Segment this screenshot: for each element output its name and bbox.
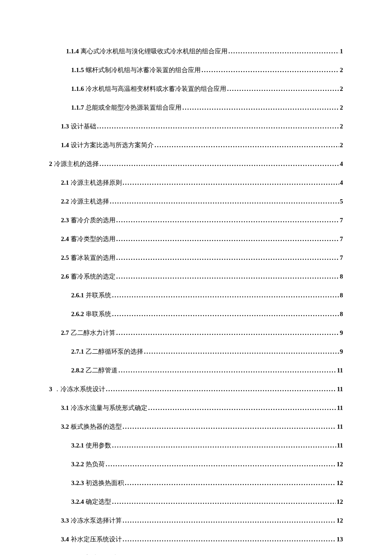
toc-entry: 3.2.1使用参数11: [49, 441, 343, 450]
toc-entry: 2.1冷源主机选择原则4: [49, 178, 343, 187]
table-of-contents: 1.1.4离心式冷水机组与溴化锂吸收式冷水机组的组合应用11.1.5螺杆式制冷机…: [49, 47, 343, 555]
toc-entry-title: 冷水机组与高温相变材料或水蓄冷装置的组合应用: [86, 84, 226, 93]
toc-entry: 1.1.6冷水机组与高温相变材料或水蓄冷装置的组合应用2: [49, 84, 343, 93]
toc-entry-title: 设计方案比选与所选方案简介: [71, 141, 154, 150]
toc-entry-title: 蓄冷介质的选用: [71, 216, 115, 225]
toc-leader-dots: [148, 404, 336, 413]
toc-entry-title: 冷源主机选择: [71, 197, 109, 206]
toc-entry-number: 2.3: [61, 216, 69, 225]
toc-entry: 1.1.7总能或全能型冷热源装置组合应用2: [49, 103, 343, 112]
toc-entry-title: 蓄冷类型的选用: [71, 235, 115, 244]
toc-entry-page: 11: [337, 404, 343, 413]
toc-entry-number: 2.7.1: [71, 347, 84, 356]
toc-entry-number: 1.1.5: [71, 66, 84, 75]
toc-entry-number: 3.2.2: [71, 460, 84, 469]
toc-entry-page: 9: [340, 328, 343, 337]
toc-entry-page: 2: [340, 141, 343, 150]
toc-entry-title: 冷冻水泵选择计算: [71, 516, 122, 525]
toc-leader-dots: [116, 253, 339, 262]
toc-entry-page: 5: [340, 197, 343, 206]
toc-entry: 2冷源主机的选择4: [49, 160, 343, 169]
toc-entry-number: 2.7: [61, 328, 69, 337]
toc-leader-dots: [123, 178, 339, 187]
toc-leader-dots: [116, 235, 339, 244]
toc-entry: 3.2.2热负荷12: [49, 460, 343, 469]
toc-entry-number: 2.6.1: [71, 291, 84, 300]
toc-entry-title: 螺杆式制冷机组与冰蓄冷装置的组合应用: [86, 66, 201, 75]
toc-entry-page: 11: [337, 366, 343, 375]
toc-leader-dots: [123, 516, 336, 525]
toc-leader-dots: [110, 197, 339, 206]
toc-entry-page: 8: [340, 272, 343, 281]
toc-entry-title: 板式换热器的选型: [71, 422, 122, 431]
toc-entry-number: 3: [49, 385, 52, 394]
toc-entry: 3.3冷冻水泵选择计算12: [49, 516, 343, 525]
toc-leader-dots: [123, 422, 336, 431]
toc-leader-dots: [112, 497, 336, 506]
toc-entry-title: 乙二醇管道: [86, 366, 118, 375]
toc-entry: 2.7乙二醇水力计算9: [49, 328, 343, 337]
toc-entry-page: 2: [340, 122, 343, 131]
toc-leader-dots: [202, 66, 339, 75]
toc-entry-page: 7: [340, 253, 343, 262]
toc-entry-number: 3.2.4: [71, 497, 84, 506]
toc-entry-title: 热负荷: [86, 460, 105, 469]
toc-entry: 3．冷冻水系统设计11: [49, 385, 343, 394]
toc-entry-title: 乙二醇循环泵的选择: [86, 347, 143, 356]
toc-leader-dots: [155, 141, 339, 150]
toc-leader-dots: [112, 310, 339, 319]
toc-entry: 2.7.1乙二醇循环泵的选择9: [49, 347, 343, 356]
toc-entry-number: 2.1: [61, 178, 69, 187]
toc-entry-title: 确定选型: [86, 497, 111, 506]
toc-entry-title: 乙二醇水力计算: [71, 328, 115, 337]
toc-entry: 2.4蓄冷类型的选用7: [49, 235, 343, 244]
toc-entry-title: 初选换热面积: [86, 479, 124, 488]
toc-entry-page: 9: [340, 347, 343, 356]
toc-leader-dots: [182, 103, 339, 112]
toc-entry: 2.3蓄冷介质的选用7: [49, 216, 343, 225]
toc-entry: 1.3设计基础2: [49, 122, 343, 131]
toc-entry-page: 8: [340, 310, 343, 319]
toc-entry: 3.4补水定压系统设计13: [49, 535, 343, 544]
toc-entry: 3.1冷冻水流量与系统形式确定11: [49, 404, 343, 413]
toc-leader-dots: [118, 366, 336, 375]
toc-entry: 2.6.1并联系统8: [49, 291, 343, 300]
toc-leader-dots: [112, 441, 336, 450]
toc-entry-title: 离心式冷水机组与溴化锂吸收式冷水机组的组合应用: [81, 47, 228, 56]
toc-entry-page: 4: [340, 178, 343, 187]
toc-entry-number: 2.8.2: [71, 366, 84, 375]
toc-entry-page: 11: [337, 441, 343, 450]
toc-entry-number: 2.5: [61, 253, 69, 262]
toc-entry-title: 补水定压系统设计: [71, 535, 122, 544]
toc-entry-number: 1.4: [61, 141, 69, 150]
toc-entry-title: 冷冻水流量与系统形式确定: [71, 404, 147, 413]
toc-entry-page: 7: [340, 235, 343, 244]
toc-entry-page: 12: [337, 460, 343, 469]
toc-entry-page: 2: [340, 84, 343, 93]
toc-leader-dots: [106, 385, 336, 394]
toc-entry-number: 2.6.2: [71, 310, 84, 319]
toc-entry-page: 4: [340, 160, 343, 169]
toc-entry-title: 使用参数: [86, 441, 111, 450]
toc-leader-dots: [228, 47, 339, 56]
toc-entry-number: 2.6: [61, 272, 69, 281]
toc-entry: 2.2冷源主机选择5: [49, 197, 343, 206]
toc-entry-number: 3.2: [61, 422, 69, 431]
toc-leader-dots: [116, 216, 339, 225]
toc-entry: 3.2.4确定选型12: [49, 497, 343, 506]
toc-entry-page: 12: [337, 497, 343, 506]
toc-entry-page: 13: [337, 535, 343, 544]
toc-leader-dots: [116, 328, 339, 337]
toc-entry-number: 3.4: [61, 535, 69, 544]
toc-entry-title: 总能或全能型冷热源装置组合应用: [86, 103, 182, 112]
toc-entry-number: 3.2.1: [71, 441, 84, 450]
toc-leader-dots: [116, 272, 339, 281]
toc-entry: 2.8.2乙二醇管道11: [49, 366, 343, 375]
toc-entry: 1.1.4离心式冷水机组与溴化锂吸收式冷水机组的组合应用1: [49, 47, 343, 56]
toc-leader-dots: [106, 460, 336, 469]
toc-entry-page: 11: [337, 422, 343, 431]
toc-leader-dots: [97, 122, 339, 131]
toc-entry: 2.6.2串联系统8: [49, 310, 343, 319]
toc-entry-title: 蓄冷系统的选定: [71, 272, 115, 281]
toc-entry-page: 8: [340, 291, 343, 300]
